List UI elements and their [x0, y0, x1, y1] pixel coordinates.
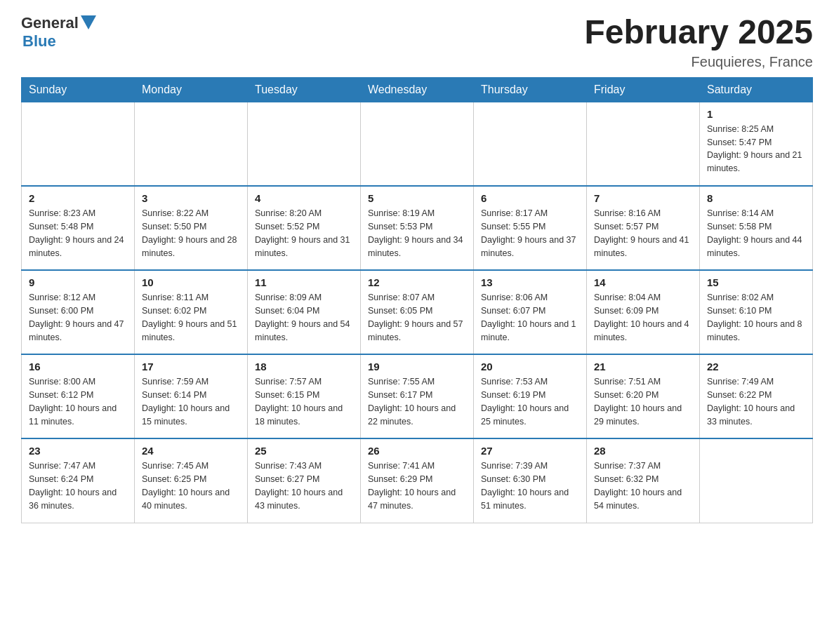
calendar-day-17: 17Sunrise: 7:59 AM Sunset: 6:14 PM Dayli… — [135, 354, 248, 438]
calendar-day-18: 18Sunrise: 7:57 AM Sunset: 6:15 PM Dayli… — [248, 354, 361, 438]
calendar-week-row: 16Sunrise: 8:00 AM Sunset: 6:12 PM Dayli… — [22, 354, 813, 438]
calendar-table: SundayMondayTuesdayWednesdayThursdayFrid… — [21, 77, 813, 523]
day-header-friday: Friday — [587, 77, 700, 102]
day-info: Sunrise: 7:41 AM Sunset: 6:29 PM Dayligh… — [368, 459, 466, 512]
calendar-empty-cell — [700, 438, 813, 523]
day-info: Sunrise: 7:49 AM Sunset: 6:22 PM Dayligh… — [707, 375, 805, 428]
calendar-empty-cell — [587, 102, 700, 186]
calendar-day-14: 14Sunrise: 8:04 AM Sunset: 6:09 PM Dayli… — [587, 270, 700, 354]
day-number: 23 — [29, 445, 127, 457]
day-header-wednesday: Wednesday — [361, 77, 474, 102]
day-info: Sunrise: 8:19 AM Sunset: 5:53 PM Dayligh… — [368, 207, 466, 260]
calendar-day-4: 4Sunrise: 8:20 AM Sunset: 5:52 PM Daylig… — [248, 186, 361, 270]
calendar-empty-cell — [361, 102, 474, 186]
calendar-day-9: 9Sunrise: 8:12 AM Sunset: 6:00 PM Daylig… — [22, 270, 135, 354]
day-number: 20 — [481, 361, 579, 373]
day-number: 11 — [255, 276, 353, 288]
calendar-day-11: 11Sunrise: 8:09 AM Sunset: 6:04 PM Dayli… — [248, 270, 361, 354]
calendar-subtitle: Feuquieres, France — [584, 54, 813, 70]
calendar-day-23: 23Sunrise: 7:47 AM Sunset: 6:24 PM Dayli… — [22, 438, 135, 523]
day-number: 27 — [481, 445, 579, 457]
calendar-empty-cell — [248, 102, 361, 186]
day-number: 5 — [368, 192, 466, 204]
day-number: 18 — [255, 361, 353, 373]
day-info: Sunrise: 8:04 AM Sunset: 6:09 PM Dayligh… — [594, 291, 692, 344]
calendar-day-21: 21Sunrise: 7:51 AM Sunset: 6:20 PM Dayli… — [587, 354, 700, 438]
day-number: 12 — [368, 276, 466, 288]
day-number: 2 — [29, 192, 127, 204]
day-number: 22 — [707, 361, 805, 373]
day-info: Sunrise: 8:22 AM Sunset: 5:50 PM Dayligh… — [142, 207, 240, 260]
day-header-monday: Monday — [135, 77, 248, 102]
day-number: 6 — [481, 192, 579, 204]
day-info: Sunrise: 7:43 AM Sunset: 6:27 PM Dayligh… — [255, 459, 353, 512]
day-info: Sunrise: 7:37 AM Sunset: 6:32 PM Dayligh… — [594, 459, 692, 512]
day-number: 17 — [142, 361, 240, 373]
day-number: 9 — [29, 276, 127, 288]
day-header-tuesday: Tuesday — [248, 77, 361, 102]
day-info: Sunrise: 8:06 AM Sunset: 6:07 PM Dayligh… — [481, 291, 579, 344]
day-header-sunday: Sunday — [22, 77, 135, 102]
day-info: Sunrise: 7:47 AM Sunset: 6:24 PM Dayligh… — [29, 459, 127, 512]
calendar-week-row: 9Sunrise: 8:12 AM Sunset: 6:00 PM Daylig… — [22, 270, 813, 354]
day-info: Sunrise: 8:07 AM Sunset: 6:05 PM Dayligh… — [368, 291, 466, 344]
day-info: Sunrise: 8:11 AM Sunset: 6:02 PM Dayligh… — [142, 291, 240, 344]
day-header-saturday: Saturday — [700, 77, 813, 102]
day-info: Sunrise: 7:51 AM Sunset: 6:20 PM Dayligh… — [594, 375, 692, 428]
day-number: 3 — [142, 192, 240, 204]
day-info: Sunrise: 8:25 AM Sunset: 5:47 PM Dayligh… — [707, 123, 805, 175]
page-header: General Blue February 2025 Feuquieres, F… — [21, 14, 813, 70]
day-info: Sunrise: 8:20 AM Sunset: 5:52 PM Dayligh… — [255, 207, 353, 260]
calendar-day-2: 2Sunrise: 8:23 AM Sunset: 5:48 PM Daylig… — [22, 186, 135, 270]
day-info: Sunrise: 8:14 AM Sunset: 5:58 PM Dayligh… — [707, 207, 805, 260]
day-number: 14 — [594, 276, 692, 288]
day-info: Sunrise: 8:17 AM Sunset: 5:55 PM Dayligh… — [481, 207, 579, 260]
calendar-day-22: 22Sunrise: 7:49 AM Sunset: 6:22 PM Dayli… — [700, 354, 813, 438]
day-number: 24 — [142, 445, 240, 457]
calendar-day-1: 1Sunrise: 8:25 AM Sunset: 5:47 PM Daylig… — [700, 102, 813, 186]
calendar-week-row: 1Sunrise: 8:25 AM Sunset: 5:47 PM Daylig… — [22, 102, 813, 186]
day-number: 26 — [368, 445, 466, 457]
calendar-day-19: 19Sunrise: 7:55 AM Sunset: 6:17 PM Dayli… — [361, 354, 474, 438]
calendar-day-13: 13Sunrise: 8:06 AM Sunset: 6:07 PM Dayli… — [474, 270, 587, 354]
calendar-day-25: 25Sunrise: 7:43 AM Sunset: 6:27 PM Dayli… — [248, 438, 361, 523]
calendar-week-row: 23Sunrise: 7:47 AM Sunset: 6:24 PM Dayli… — [22, 438, 813, 523]
day-number: 19 — [368, 361, 466, 373]
day-info: Sunrise: 7:39 AM Sunset: 6:30 PM Dayligh… — [481, 459, 579, 512]
day-info: Sunrise: 8:02 AM Sunset: 6:10 PM Dayligh… — [707, 291, 805, 344]
logo-blue-text: Blue — [22, 32, 96, 51]
day-number: 8 — [707, 192, 805, 204]
calendar-title: February 2025 — [584, 14, 813, 51]
calendar-day-24: 24Sunrise: 7:45 AM Sunset: 6:25 PM Dayli… — [135, 438, 248, 523]
calendar-day-8: 8Sunrise: 8:14 AM Sunset: 5:58 PM Daylig… — [700, 186, 813, 270]
day-number: 15 — [707, 276, 805, 288]
day-number: 4 — [255, 192, 353, 204]
calendar-day-10: 10Sunrise: 8:11 AM Sunset: 6:02 PM Dayli… — [135, 270, 248, 354]
day-info: Sunrise: 8:23 AM Sunset: 5:48 PM Dayligh… — [29, 207, 127, 260]
calendar-day-12: 12Sunrise: 8:07 AM Sunset: 6:05 PM Dayli… — [361, 270, 474, 354]
calendar-day-7: 7Sunrise: 8:16 AM Sunset: 5:57 PM Daylig… — [587, 186, 700, 270]
calendar-week-row: 2Sunrise: 8:23 AM Sunset: 5:48 PM Daylig… — [22, 186, 813, 270]
calendar-empty-cell — [135, 102, 248, 186]
calendar-header-row: SundayMondayTuesdayWednesdayThursdayFrid… — [22, 77, 813, 102]
day-info: Sunrise: 8:09 AM Sunset: 6:04 PM Dayligh… — [255, 291, 353, 344]
day-number: 28 — [594, 445, 692, 457]
day-number: 21 — [594, 361, 692, 373]
title-section: February 2025 Feuquieres, France — [584, 14, 813, 70]
calendar-day-15: 15Sunrise: 8:02 AM Sunset: 6:10 PM Dayli… — [700, 270, 813, 354]
calendar-empty-cell — [474, 102, 587, 186]
calendar-day-5: 5Sunrise: 8:19 AM Sunset: 5:53 PM Daylig… — [361, 186, 474, 270]
calendar-empty-cell — [22, 102, 135, 186]
day-info: Sunrise: 8:16 AM Sunset: 5:57 PM Dayligh… — [594, 207, 692, 260]
day-header-thursday: Thursday — [474, 77, 587, 102]
day-info: Sunrise: 8:12 AM Sunset: 6:00 PM Dayligh… — [29, 291, 127, 344]
day-number: 10 — [142, 276, 240, 288]
calendar-day-6: 6Sunrise: 8:17 AM Sunset: 5:55 PM Daylig… — [474, 186, 587, 270]
day-number: 1 — [707, 108, 805, 120]
logo-triangle-icon — [81, 15, 96, 29]
day-info: Sunrise: 7:55 AM Sunset: 6:17 PM Dayligh… — [368, 375, 466, 428]
svg-marker-0 — [81, 15, 96, 29]
day-info: Sunrise: 7:59 AM Sunset: 6:14 PM Dayligh… — [142, 375, 240, 428]
logo: General Blue — [21, 14, 96, 51]
day-info: Sunrise: 7:57 AM Sunset: 6:15 PM Dayligh… — [255, 375, 353, 428]
